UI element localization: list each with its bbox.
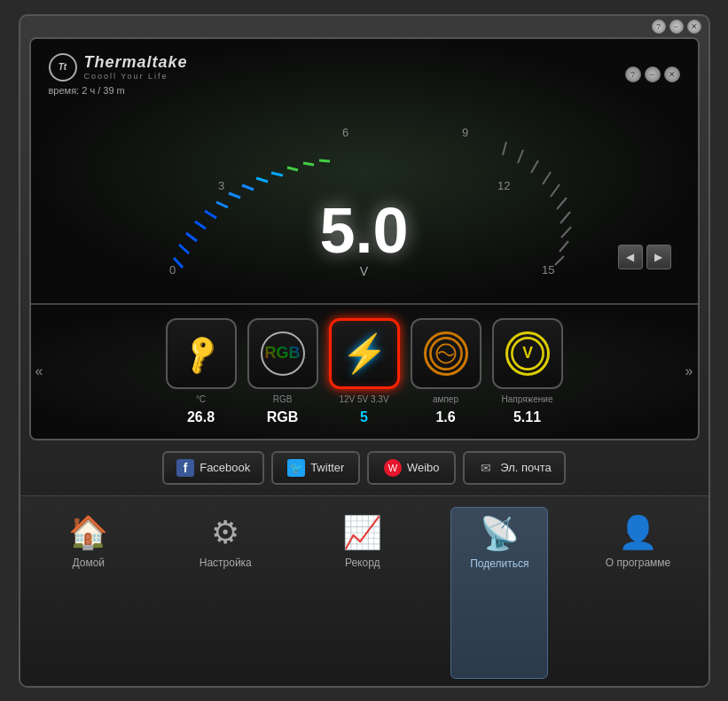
twitter-button[interactable]: 🐦 Twitter — [271, 451, 360, 485]
svg-line-20 — [287, 167, 298, 170]
inner-title-bar: Tt Thermaltake Coooll Your Life время: 2… — [40, 48, 689, 101]
sensor-rgb-label: RGB — [273, 394, 293, 404]
sensor-power-icon-box: ⚡ — [329, 318, 400, 389]
gauge-value-display: 5.0 V — [319, 199, 408, 278]
inner-close-btn[interactable]: ✕ — [664, 66, 680, 82]
svg-line-18 — [256, 178, 268, 182]
svg-line-1 — [560, 241, 568, 252]
outer-close-btn[interactable]: ✕ — [687, 19, 701, 34]
gauge-unit: V — [319, 264, 408, 278]
outer-title-bar: ? − ✕ — [20, 16, 708, 37]
sensor-nav-left[interactable]: « — [35, 363, 43, 379]
sensor-voltage-value: 5.11 — [513, 409, 541, 425]
nav-about[interactable]: 👤 О программе — [588, 507, 688, 679]
svg-line-12 — [186, 233, 197, 241]
gauge-nav-arrows: ◀ ▶ — [618, 245, 671, 269]
sensor-rgb[interactable]: RGB RGB RGB — [247, 318, 318, 425]
nav-record-label: Рекорд — [345, 557, 380, 569]
nav-home-label: Домой — [72, 557, 105, 569]
outer-minimize-btn[interactable]: − — [669, 19, 684, 34]
svg-line-19 — [271, 173, 283, 175]
home-icon: 🏠 — [68, 514, 108, 551]
sensor-ampere-icon-box — [411, 318, 481, 389]
sensor-nav-right[interactable]: » — [685, 363, 693, 379]
nav-share-label: Поделиться — [470, 557, 528, 570]
ampere-icon — [424, 331, 468, 376]
weibo-icon: W — [384, 459, 402, 477]
inner-minimize-btn[interactable]: − — [645, 66, 661, 82]
sensor-power-value: 5 — [360, 409, 368, 425]
svg-line-9 — [503, 142, 506, 155]
key-icon: 🔑 — [177, 330, 225, 377]
svg-line-6 — [543, 172, 551, 184]
social-bar: f Facebook 🐦 Twitter W Weibo ✉ Эл. почта — [20, 440, 708, 495]
twitter-label: Twitter — [310, 461, 344, 474]
scale-3: 3 — [218, 179, 224, 192]
scale-12: 12 — [497, 179, 510, 192]
svg-line-17 — [242, 185, 254, 190]
facebook-button[interactable]: f Facebook — [162, 451, 264, 485]
gauge-container: 0 3 6 9 12 15 — [40, 101, 689, 296]
svg-line-3 — [560, 212, 570, 223]
time-display: время: 2 ч / 39 m — [49, 85, 188, 96]
chart-icon: 📈 — [342, 514, 382, 551]
logo-circle: Tt — [49, 53, 77, 82]
sensor-voltage-icon-box: V — [492, 318, 563, 389]
share-icon: 📡 — [480, 515, 520, 552]
gauge-prev-btn[interactable]: ◀ — [618, 245, 643, 269]
sensor-voltage-label: Напряжение — [502, 394, 553, 404]
scale-0: 0 — [169, 263, 176, 277]
svg-line-16 — [229, 193, 240, 198]
svg-line-7 — [531, 160, 538, 173]
nav-home[interactable]: 🏠 Домой — [40, 507, 137, 679]
svg-line-5 — [551, 184, 560, 197]
inner-help-btn[interactable]: ? — [625, 66, 641, 82]
svg-line-0 — [555, 256, 564, 265]
svg-line-8 — [518, 150, 523, 163]
brand-subtitle: Coooll Your Life — [84, 72, 188, 81]
nav-settings[interactable]: ⚙ Настройка — [176, 507, 274, 679]
sensor-rgb-icon-box: RGB — [247, 318, 318, 389]
brand-name: Thermaltake — [84, 53, 188, 72]
sensor-ampere-value: 1.6 — [435, 409, 455, 425]
sensor-rgb-value: RGB — [267, 409, 299, 425]
lightning-icon: ⚡ — [341, 331, 387, 375]
gear-icon: ⚙ — [211, 514, 239, 551]
svg-text:V: V — [522, 344, 533, 362]
facebook-icon: f — [176, 459, 194, 477]
sensor-temp-value: 26.8 — [187, 409, 215, 425]
voltage-icon: V — [505, 331, 550, 376]
sensor-temp-label: °C — [196, 394, 206, 404]
gauge-number: 5.0 — [319, 199, 408, 262]
nav-record[interactable]: 📈 Рекорд — [314, 507, 411, 679]
nav-settings-label: Настройка — [200, 557, 252, 569]
person-icon: 👤 — [618, 514, 658, 551]
scale-6: 6 — [342, 126, 348, 139]
email-button[interactable]: ✉ Эл. почта — [463, 451, 566, 485]
email-label: Эл. почта — [500, 461, 552, 474]
nav-about-label: О программе — [606, 557, 670, 569]
svg-line-15 — [216, 202, 228, 207]
gauge-panel: Tt Thermaltake Coooll Your Life время: 2… — [31, 39, 698, 305]
nav-share[interactable]: 📡 Поделиться — [450, 507, 548, 679]
twitter-icon: 🐦 — [287, 459, 305, 477]
weibo-label: Weibo — [407, 461, 440, 474]
gauge-next-btn[interactable]: ▶ — [646, 245, 671, 269]
sensor-voltage[interactable]: V Напряжение 5.11 — [492, 318, 563, 425]
svg-line-4 — [557, 198, 567, 209]
svg-line-22 — [319, 160, 330, 161]
svg-line-2 — [561, 227, 571, 238]
sensor-temp-icon-box: 🔑 — [166, 318, 237, 389]
inner-panel: Tt Thermaltake Coooll Your Life время: 2… — [29, 37, 700, 440]
weibo-button[interactable]: W Weibo — [367, 451, 456, 485]
sensor-ampere-label: ампер — [433, 394, 458, 404]
outer-help-btn[interactable]: ? — [652, 19, 666, 34]
logo-area: Tt Thermaltake Coooll Your Life время: 2… — [49, 53, 188, 96]
app-window: ? − ✕ Tt Thermaltake Coooll Your Life вр… — [19, 14, 710, 688]
sensor-panel: « » 🔑 °C 26.8 RGB — [31, 305, 698, 439]
sensor-power[interactable]: ⚡ 12V 5V 3.3V 5 — [329, 318, 400, 425]
bottom-nav: 🏠 Домой ⚙ Настройка 📈 Рекорд 📡 Поделитьс… — [20, 495, 708, 686]
sensor-temp[interactable]: 🔑 °C 26.8 — [166, 318, 237, 425]
svg-line-11 — [179, 245, 189, 253]
sensor-ampere[interactable]: ампер 1.6 — [411, 318, 481, 425]
